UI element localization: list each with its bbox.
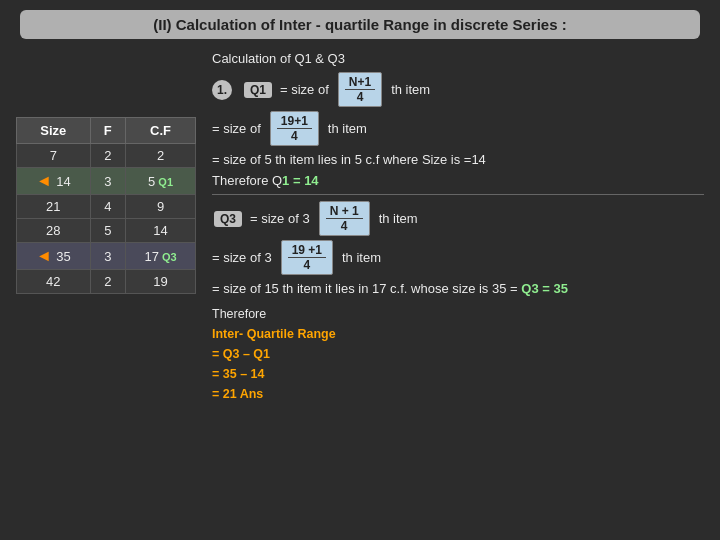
step-number: 1. <box>212 80 232 100</box>
therefore-text: Therefore <box>212 307 266 321</box>
iqr-line2: = 35 – 14 <box>212 364 704 384</box>
q-label: Q1 <box>155 176 173 188</box>
table-row: ◄ 1435 Q1 <box>17 168 196 195</box>
col-cf: C.F <box>126 118 196 144</box>
cell-size: 7 <box>17 144 91 168</box>
title-text: (II) Calculation of Inter - quartile Ran… <box>153 16 566 33</box>
cell-size: 28 <box>17 219 91 243</box>
q3-result-val: = 35 <box>542 281 568 296</box>
cell-f: 4 <box>90 195 125 219</box>
q3-result-text: = size of 15 th item it lies in 17 c.f. … <box>212 281 518 296</box>
fraction2-numerator: 19+1 <box>277 114 312 129</box>
iqr-line2-text: = 35 – 14 <box>212 367 264 381</box>
arrow-icon: ◄ <box>36 172 56 189</box>
calc-header: Calculation of Q1 & Q3 <box>212 51 704 66</box>
divider <box>212 194 704 195</box>
cell-f: 2 <box>90 144 125 168</box>
table-row: 28514 <box>17 219 196 243</box>
table-row: 2149 <box>17 195 196 219</box>
q3-frac2-num: 19 +1 <box>288 243 326 258</box>
fraction-box-1: N+1 4 <box>338 72 382 107</box>
cell-f: 3 <box>90 168 125 195</box>
cell-cf: 19 <box>126 270 196 294</box>
iqr-line1-text: = Q3 – Q1 <box>212 347 270 361</box>
q3-th-item1: th item <box>379 211 418 226</box>
calc-section: Calculation of Q1 & Q3 1. Q1 = size of N… <box>212 47 704 404</box>
cell-cf: 9 <box>126 195 196 219</box>
cell-f: 2 <box>90 270 125 294</box>
cell-cf: 2 <box>126 144 196 168</box>
fraction-box-2: 19+1 4 <box>270 111 319 146</box>
size-of-label1: = size of <box>280 82 329 97</box>
fraction1-numerator: N+1 <box>345 75 375 90</box>
q1-result-text: = size of 5 th item lies in 5 c.f where … <box>212 152 486 167</box>
therefore-line: Therefore <box>212 304 704 324</box>
cell-size: 42 <box>17 270 91 294</box>
q3-frac2-den: 4 <box>299 258 314 272</box>
cell-cf: 5 Q1 <box>126 168 196 195</box>
cell-cf: 14 <box>126 219 196 243</box>
col-f: F <box>90 118 125 144</box>
q-label: Q3 <box>159 251 177 263</box>
iqr-title-line: Inter- Quartile Range <box>212 324 704 344</box>
data-table: Size F C.F 722◄ 1435 Q1214928514◄ 35317 … <box>16 117 196 294</box>
q1-formula-line1: 1. Q1 = size of N+1 4 th item <box>212 72 704 107</box>
q3-result: = size of 15 th item it lies in 17 c.f. … <box>212 281 704 296</box>
title-bar: (II) Calculation of Inter - quartile Ran… <box>20 10 700 39</box>
therefore-q1-text: Therefore Q <box>212 173 282 188</box>
q3-fraction-box-1: N + 1 4 <box>319 201 370 236</box>
q1-result: = size of 5 th item lies in 5 c.f where … <box>212 152 704 167</box>
q1-therefore: Therefore Q1 = 14 <box>212 173 704 188</box>
th-item-1: th item <box>391 82 430 97</box>
q3-frac1-num: N + 1 <box>326 204 363 219</box>
q3-fraction-box-2: 19 +1 4 <box>281 240 333 275</box>
cell-size: ◄ 35 <box>17 243 91 270</box>
col-size: Size <box>17 118 91 144</box>
table-row: 722 <box>17 144 196 168</box>
q3-formula-line2: = size of 3 19 +1 4 th item <box>212 240 704 275</box>
size-of-label2: = size of <box>212 121 261 136</box>
cell-size: ◄ 14 <box>17 168 91 195</box>
q3-size-of1: = size of 3 <box>250 211 310 226</box>
iqr-line1: = Q3 – Q1 <box>212 344 704 364</box>
cell-size: 21 <box>17 195 91 219</box>
cell-cf: 17 Q3 <box>126 243 196 270</box>
q3-formula-line1: Q3 = size of 3 N + 1 4 th item <box>212 201 704 236</box>
iqr-line3: = 21 Ans <box>212 384 704 404</box>
q1-formula-line2: = size of 19+1 4 th item <box>212 111 704 146</box>
table-row: 42219 <box>17 270 196 294</box>
q3-section: Q3 = size of 3 N + 1 4 th item = size of… <box>212 201 704 296</box>
table-row: ◄ 35317 Q3 <box>17 243 196 270</box>
q1-box: Q1 <box>244 82 272 98</box>
header-label: Calculation of Q1 & Q3 <box>212 51 345 66</box>
cell-f: 5 <box>90 219 125 243</box>
iqr-line3-text: = 21 Ans <box>212 387 263 401</box>
arrow-icon: ◄ <box>36 247 56 264</box>
fraction1-denominator: 4 <box>353 90 368 104</box>
fraction2-denominator: 4 <box>287 129 302 143</box>
iqr-title-text: Inter- Quartile Range <box>212 327 336 341</box>
q3-frac1-den: 4 <box>337 219 352 233</box>
q3-size-of2: = size of 3 <box>212 250 272 265</box>
th-item-2: th item <box>328 121 367 136</box>
conclusion-section: Therefore Inter- Quartile Range = Q3 – Q… <box>212 304 704 404</box>
q3-box: Q3 <box>214 211 242 227</box>
table-section: Size F C.F 722◄ 1435 Q1214928514◄ 35317 … <box>16 47 196 404</box>
q3-th-item2: th item <box>342 250 381 265</box>
cell-f: 3 <box>90 243 125 270</box>
q1-val-text: = 14 <box>289 173 318 188</box>
q3-result-label: Q3 <box>521 281 538 296</box>
